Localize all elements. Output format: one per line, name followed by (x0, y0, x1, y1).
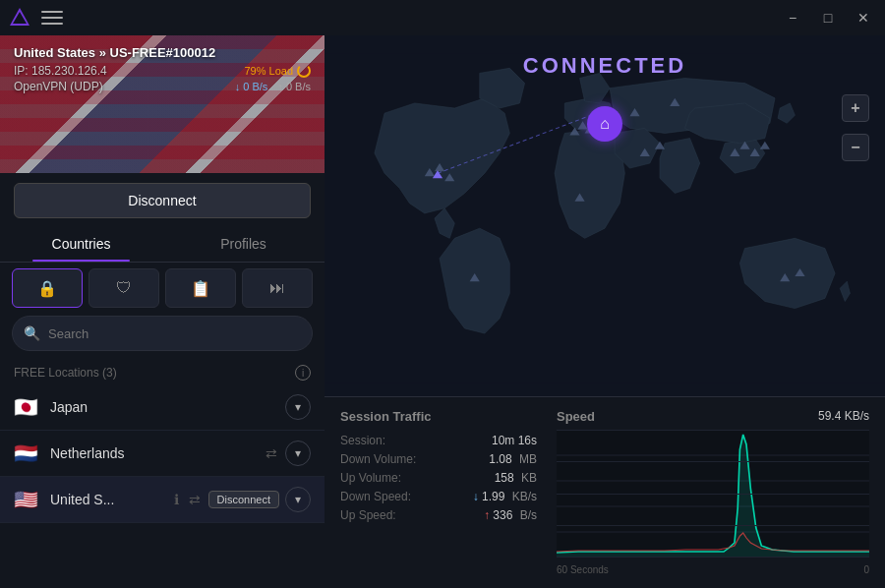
list-item[interactable]: 🇯🇵 Japan ▾ (0, 384, 324, 431)
stat-value-up-volume: 158 KB (495, 471, 537, 485)
stat-label: Session: (340, 434, 385, 447)
main-layout: United States » US-FREE#100012 IP: 185.2… (0, 35, 885, 588)
stat-row-session: Session: 10m 16s (340, 434, 537, 447)
right-panel: CONNECTED ⌂ (324, 35, 885, 588)
location-actions-us: ℹ ⇄ Disconnect ▾ (172, 487, 311, 512)
tab-countries[interactable]: Countries (0, 226, 162, 262)
search-input[interactable] (12, 316, 313, 351)
server-load: 79% Load (244, 64, 311, 78)
list-section-header: FREE Locations (3) i (0, 359, 324, 384)
edit-icon: 📋 (191, 279, 210, 298)
grid-line (557, 430, 869, 431)
upload-speed: ↑ 0 B/s (277, 81, 311, 92)
connection-speeds: ↓ 0 B/s ↑ 0 B/s (235, 81, 311, 92)
grid-line (557, 557, 869, 558)
lock-icon: 🔒 (37, 279, 57, 298)
app-logo (8, 6, 31, 29)
list-item-active[interactable]: 🇺🇸 United S... ℹ ⇄ Disconnect ▾ (0, 477, 324, 523)
flag-us: 🇺🇸 (14, 488, 38, 511)
up-arrow-icon: ↑ (484, 508, 490, 522)
connection-protocol: OpenVPN (UDP) (14, 80, 103, 93)
stat-label: Up Volume: (340, 471, 401, 485)
home-pin: ⌂ (587, 106, 622, 142)
stat-value-up-speed: ↑ 336 B/s (484, 508, 537, 522)
refresh-small-icon[interactable]: ⇄ (187, 490, 203, 509)
filter-edit-button[interactable]: 📋 (165, 268, 236, 308)
zoom-out-button[interactable]: − (842, 134, 869, 161)
map-container (324, 35, 885, 401)
location-actions-netherlands: ⇄ ▾ (264, 441, 311, 466)
info-small-icon[interactable]: ℹ (172, 490, 181, 509)
session-traffic: Session Traffic Session: 10m 16s Down Vo… (340, 409, 537, 576)
search-wrapper: 🔍 (12, 316, 313, 351)
location-actions-japan: ▾ (285, 394, 311, 420)
flag-japan: 🇯🇵 (14, 395, 38, 419)
zoom-in-button[interactable]: + (842, 94, 869, 122)
stat-row-up-speed: Up Speed: ↑ 336 B/s (340, 508, 537, 522)
map-controls: + − (842, 94, 869, 161)
stat-label: Up Speed: (340, 508, 396, 522)
grid-line (557, 494, 869, 495)
maximize-button[interactable]: □ (814, 4, 842, 31)
flag-netherlands: 🇳🇱 (14, 441, 38, 465)
tab-profiles[interactable]: Profiles (162, 226, 324, 262)
location-name-japan: Japan (50, 399, 285, 415)
grid-line (557, 461, 869, 462)
speed-title-row: Speed 59.4 KB/s (557, 409, 869, 424)
grid-line (557, 525, 869, 526)
disconnect-button[interactable]: Disconnect (14, 183, 311, 218)
forward-icon: ⏭ (269, 279, 285, 297)
minimize-button[interactable]: − (779, 4, 806, 31)
connection-ip: IP: 185.230.126.4 (14, 64, 107, 78)
stat-value-session: 10m 16s (492, 434, 537, 447)
titlebar: − □ ✕ (0, 0, 885, 35)
stat-row-down-speed: Down Speed: ↓ 1.99 KB/s (340, 490, 537, 503)
chevron-down-icon: ▾ (295, 493, 301, 506)
connected-label: CONNECTED (523, 53, 686, 79)
expand-us-button[interactable]: ▾ (285, 487, 311, 512)
chart-label-start: 60 Seconds (557, 564, 609, 575)
window-controls: − □ ✕ (779, 4, 877, 31)
section-label: FREE Locations (3) (14, 366, 117, 380)
chart-grid (557, 430, 869, 558)
world-map (324, 35, 885, 401)
stat-value-down-volume: 1.08 MB (489, 452, 537, 466)
chart-label-end: 0 (863, 564, 869, 575)
search-icon: 🔍 (24, 325, 40, 341)
stat-label: Down Volume: (340, 452, 416, 466)
left-panel: United States » US-FREE#100012 IP: 185.2… (0, 35, 324, 588)
speed-current-value: 59.4 KB/s (818, 409, 869, 424)
speed-title: Speed (557, 409, 595, 424)
shield-icon: 🛡 (116, 279, 132, 297)
close-button[interactable]: ✕ (850, 4, 877, 31)
location-list: FREE Locations (3) i 🇯🇵 Japan ▾ 🇳🇱 Nethe… (0, 359, 324, 588)
load-indicator (297, 64, 311, 78)
expand-netherlands-button[interactable]: ▾ (285, 441, 311, 466)
down-arrow-icon: ↓ (473, 490, 479, 503)
chart-area: 60 Seconds 0 (557, 430, 869, 558)
speed-chart: Speed 59.4 KB/s (557, 409, 869, 576)
expand-japan-button[interactable]: ▾ (285, 394, 311, 420)
disconnect-us-button[interactable]: Disconnect (208, 491, 279, 508)
list-item[interactable]: 🇳🇱 Netherlands ⇄ ▾ (0, 431, 324, 477)
stat-row-down-volume: Down Volume: 1.08 MB (340, 452, 537, 466)
connection-header: United States » US-FREE#100012 IP: 185.2… (0, 35, 324, 173)
stat-value-down-speed: ↓ 1.99 KB/s (473, 490, 537, 503)
home-icon: ⌂ (600, 115, 610, 133)
location-name-us: United S... (50, 492, 172, 507)
filter-forward-button[interactable]: ⏭ (242, 268, 313, 308)
filter-shield-button[interactable]: 🛡 (88, 268, 159, 308)
filter-lock-button[interactable]: 🔒 (12, 268, 83, 308)
download-speed: ↓ 0 B/s (235, 81, 268, 92)
stats-panel: Session Traffic Session: 10m 16s Down Vo… (324, 396, 885, 588)
location-name-netherlands: Netherlands (50, 445, 264, 461)
tabs-bar: Countries Profiles (0, 226, 324, 263)
filter-row: 🔒 🛡 📋 ⏭ (0, 268, 324, 316)
session-traffic-title: Session Traffic (340, 409, 537, 424)
stat-label: Down Speed: (340, 490, 411, 503)
refresh-icon[interactable]: ⇄ (264, 443, 279, 463)
info-icon[interactable]: i (295, 365, 311, 381)
chevron-down-icon: ▾ (295, 446, 301, 460)
menu-button[interactable] (41, 7, 63, 29)
stat-row-up-volume: Up Volume: 158 KB (340, 471, 537, 485)
